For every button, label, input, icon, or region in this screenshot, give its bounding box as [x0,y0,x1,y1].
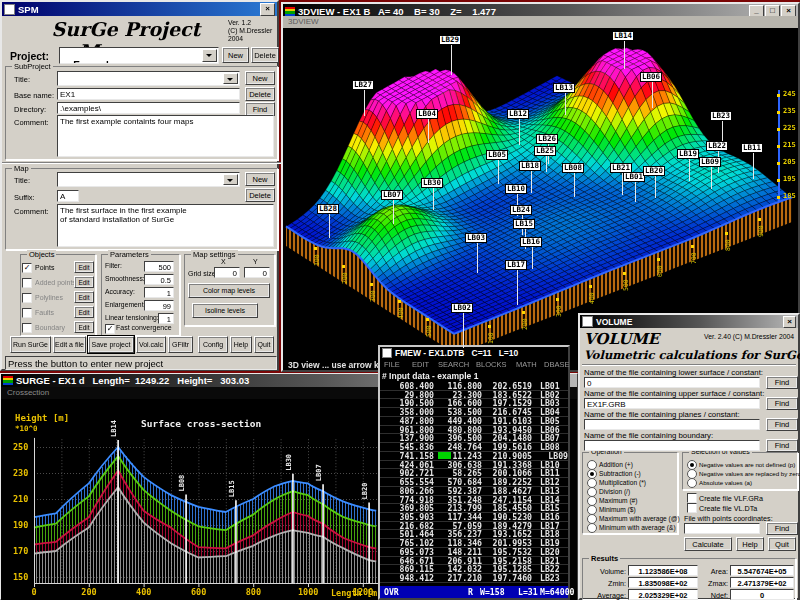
parameter-field[interactable]: 0.5 [144,274,174,285]
spm-button-config[interactable]: Config [198,336,228,353]
calculate-button[interactable]: Calculate [684,537,732,551]
operation-radio[interactable] [587,523,597,533]
grid-x-field[interactable]: 0 [214,267,240,278]
suffix-field[interactable]: A [57,190,79,202]
create-file-checkbox[interactable] [687,493,697,503]
edit-button[interactable]: Edit [74,291,94,303]
find-button[interactable]: Find [766,376,798,389]
table-row[interactable]: 948.412217.210197.7460LB23 [380,574,568,583]
label-leader-line [565,93,566,115]
spm-button-quit[interactable]: Quit [254,336,274,353]
object-checkbox[interactable] [22,308,32,318]
status-item: L=31 [518,586,538,598]
edit-button[interactable]: Edit [74,321,94,333]
result-label: Area: [700,567,728,576]
spm-button-help[interactable]: Help [230,336,252,353]
fmew-menu-edit[interactable]: EDIT [412,359,429,370]
map-comment[interactable]: The first surface in the first example o… [57,204,274,247]
subproject-delete-button[interactable]: Delete [245,87,275,101]
z-axis-tick-label: 245 [783,90,796,98]
selection-radio[interactable] [687,478,697,488]
points-file-field[interactable] [684,523,760,534]
volume-field[interactable] [584,419,760,430]
volume-field[interactable]: EX1F.GRB [584,398,760,409]
project-new-button[interactable]: New [222,47,249,63]
subproject-title-combo[interactable]: Example 1 [57,71,240,86]
edge-tick-dot [522,311,525,314]
object-checkbox[interactable]: ✓ [22,263,32,273]
fmew-menu-dbase[interactable]: DBASE [544,359,569,370]
find-button[interactable]: Find [245,102,275,116]
point-label: LB09 [699,157,721,167]
find-button[interactable]: Find [766,418,798,431]
spm-button-gfiltr[interactable]: GFiltr [168,336,193,353]
isoline-levels-button[interactable]: Isoline levels [192,303,258,318]
grid-y-field[interactable]: 0 [244,267,270,278]
surge-app-icon [3,376,13,385]
parameter-field[interactable]: 500 [144,261,174,272]
quit-button[interactable]: Quit [768,537,796,551]
edit-button[interactable]: Edit [74,276,94,288]
fmew-table[interactable]: 608.400116.800202.6519LB0129.80023.30018… [380,382,568,583]
fmew-titlebar[interactable]: FMEW - EX1.DTB C=11 L=10 [380,347,568,359]
object-checkbox[interactable] [22,293,32,303]
edge-tick-dot [623,272,626,275]
parameter-field[interactable]: 1 [158,313,174,324]
objects-row: ✓PointsEdit [22,260,94,275]
object-checkbox[interactable] [22,323,32,333]
help-button[interactable]: Help [736,537,764,551]
edit-button[interactable]: Edit [74,261,94,273]
find-button[interactable]: Find [766,439,798,452]
label-leader-line [624,41,625,69]
edit-button[interactable]: Edit [74,306,94,318]
object-checkbox[interactable] [22,278,32,288]
chevron-down-icon[interactable] [202,49,217,62]
x-axis-edge-tick: 600 [656,265,664,277]
fast-convergence-checkbox[interactable]: ✓ [105,324,115,334]
fmew-menu-search[interactable]: SEARCH [438,359,469,370]
volume-titlebar[interactable]: VOLUME × [580,315,798,328]
map-title-combo[interactable]: The first example map [57,172,240,187]
map-delete-button[interactable]: Delete [245,188,275,202]
spm-button-edit-a-file[interactable]: Edit a file [53,336,86,353]
chevron-down-icon[interactable] [223,73,238,84]
parameter-field[interactable]: 99 [144,300,174,311]
project-combo[interactable]: Examples [59,47,219,64]
point-label: LB13 [553,83,575,93]
subproject-comment[interactable]: The first example containts four maps [57,115,274,157]
fmew-menu-math[interactable]: MATH [516,359,537,370]
base-name-field[interactable]: EX1 [57,88,240,100]
fmew-title: FMEW - EX1.DTB C=11 L=10 [395,348,518,358]
subproject-new-button[interactable]: New [245,71,275,85]
spm-titlebar[interactable]: SPM × [2,2,277,16]
find-button[interactable]: Find [766,397,798,410]
volume-title: VOLUME [596,317,632,327]
chevron-down-icon[interactable] [223,174,238,185]
parameter-field[interactable]: 1 [144,287,174,298]
close-icon[interactable]: × [783,316,796,328]
volume-field[interactable] [584,440,760,451]
volume-subheading: Volumetric calculations for SurGe surfac… [584,348,800,362]
menu-crossection[interactable]: Crossection [7,388,49,397]
operation-label: Subtraction (-) [599,470,641,477]
fmew-menu-file[interactable]: FILE [384,359,400,370]
label-leader-line [428,119,429,143]
volume-field[interactable]: 0 [584,377,760,388]
label-leader-line [433,188,434,210]
crossection-title: SURGE - EX1 d Length= 1249.22 Height= 30… [16,375,249,386]
spm-button-run-surge[interactable]: Run SurGe [10,336,51,353]
objects-list: ✓PointsEditAdded pointsEditPolylinesEdit… [22,260,94,335]
operation-label: Minimum with average (&) [599,524,676,531]
find-button[interactable]: Find [766,522,798,535]
spm-button-save-project[interactable]: Save project [88,336,134,353]
desktop: { "spm": { "title": "SPM", "heading": "S… [0,0,800,600]
point-label: LB07 [381,190,403,200]
create-file-checkbox[interactable] [687,503,697,513]
directory-field[interactable]: .\examples\ [57,102,240,114]
project-delete-button[interactable]: Delete [251,47,279,63]
fmew-menu-blocks[interactable]: BLOCKS [476,359,506,370]
map-new-button[interactable]: New [245,172,275,186]
close-icon[interactable]: × [260,3,275,16]
color-map-levels-button[interactable]: Color map levels [188,283,270,298]
spm-button-vol-calc[interactable]: Vol.calc [136,336,166,353]
